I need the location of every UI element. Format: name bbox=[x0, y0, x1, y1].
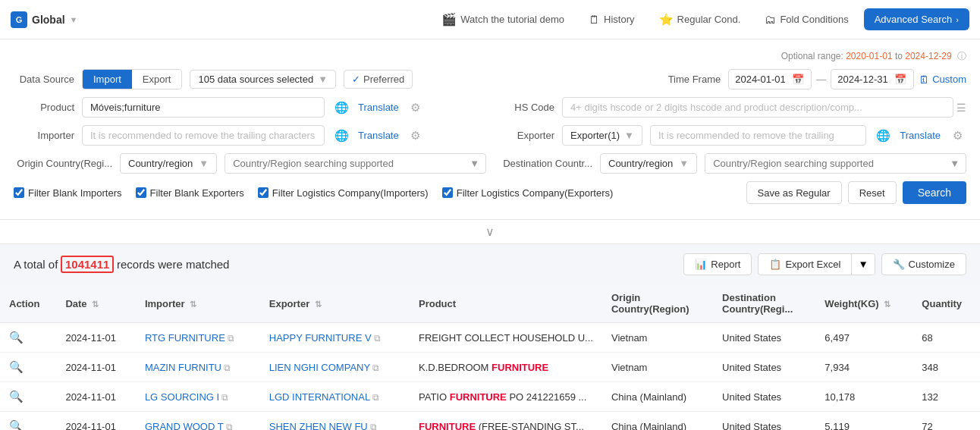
reset-button[interactable]: Reset bbox=[848, 181, 897, 204]
product-text: K.D.BEDROOM bbox=[419, 362, 492, 373]
export-arrow-button[interactable]: ▼ bbox=[851, 254, 874, 275]
dest-type-select[interactable]: Country/region ▼ bbox=[600, 153, 697, 174]
cell-quantity: 68 bbox=[912, 323, 980, 353]
data-table: Action Date ⇅ Importer ⇅ Exporter ⇅ Prod… bbox=[0, 284, 980, 430]
regular-cond-button[interactable]: ⭐ Regular Cond. bbox=[650, 8, 750, 31]
col-action: Action bbox=[0, 284, 56, 323]
hscode-input[interactable] bbox=[562, 97, 953, 118]
fold-conditions-button[interactable]: 🗂 Fold Conditions bbox=[755, 8, 857, 30]
product-text: PO 241221659 ... bbox=[507, 391, 587, 403]
col-importer[interactable]: Importer ⇅ bbox=[136, 284, 260, 323]
exporter-copy-icon[interactable]: ⧉ bbox=[372, 392, 379, 403]
search-icon[interactable]: 🔍 bbox=[9, 419, 24, 430]
product-translate-icon[interactable]: 🌐 bbox=[332, 99, 350, 117]
records-suffix: records were matched bbox=[117, 258, 229, 271]
importer-link[interactable]: RTG FURNITURE bbox=[145, 332, 225, 344]
col-weight[interactable]: Weight(KG) ⇅ bbox=[815, 284, 912, 323]
table-row: 🔍2024-11-01RTG FURNITURE⧉HAPPY FURNITURE… bbox=[0, 323, 980, 353]
export-tab[interactable]: Export bbox=[132, 70, 182, 89]
cell-weight: 10,178 bbox=[815, 382, 912, 412]
importer-link[interactable]: LG SOURCING I bbox=[145, 391, 219, 403]
cell-exporter: LGD INTERNATIONAL⧉ bbox=[260, 382, 410, 412]
export-excel-button[interactable]: 📋 Export Excel bbox=[759, 254, 851, 275]
importer-copy-icon[interactable]: ⧉ bbox=[221, 392, 228, 403]
search-button[interactable]: Search bbox=[903, 181, 966, 204]
preferred-tag[interactable]: ✓ Preferred bbox=[344, 70, 413, 89]
translate-label[interactable]: Translate bbox=[358, 102, 399, 113]
exporter-link[interactable]: LIEN NGHI COMPANY bbox=[269, 362, 370, 373]
custom-button[interactable]: 🗓 Custom bbox=[919, 74, 966, 86]
col-exporter[interactable]: Exporter ⇅ bbox=[260, 284, 410, 323]
table-row: 🔍2024-11-01MAZIN FURNITU⧉LIEN NGHI COMPA… bbox=[0, 353, 980, 382]
search-icon[interactable]: 🔍 bbox=[9, 360, 24, 373]
exporter-settings-icon[interactable]: ⚙ bbox=[948, 127, 966, 145]
table-row: 🔍2024-11-01LG SOURCING I⧉LGD INTERNATION… bbox=[0, 382, 980, 412]
row-origin-dest: Origin Country(Regi... Country/region ▼ … bbox=[14, 153, 966, 174]
date-start-input[interactable]: 2024-01-01 📅 bbox=[728, 69, 812, 89]
history-button[interactable]: 🗒 History bbox=[580, 8, 643, 30]
product-highlight: FURNITURE bbox=[492, 362, 548, 373]
report-button[interactable]: 📊 Report bbox=[683, 253, 752, 275]
origin-region-input[interactable]: ▼ bbox=[225, 153, 486, 174]
cell-origin: Vietnam bbox=[602, 323, 713, 353]
collapse-button[interactable]: ∨ bbox=[485, 224, 495, 239]
save-as-regular-button[interactable]: Save as Regular bbox=[746, 181, 842, 204]
cell-date: 2024-11-01 bbox=[56, 412, 135, 431]
exporter-section: Exporter Exporter(1) ▼ 🌐 Translate ⚙ bbox=[494, 125, 966, 146]
tutorial-button[interactable]: 🎬 Watch the tutorial demo bbox=[432, 8, 573, 31]
importer-copy-icon[interactable]: ⧉ bbox=[228, 333, 234, 344]
advanced-search-button[interactable]: Advanced Search › bbox=[864, 8, 969, 30]
timeframe-group: 2024-01-01 📅 — 2024-12-31 📅 🗓 Custom bbox=[728, 69, 966, 89]
row-product-hscode: Product 🌐 Translate ⚙ HS Code ☰ bbox=[14, 97, 966, 118]
col-date[interactable]: Date ⇅ bbox=[56, 284, 135, 323]
calendar-end-icon: 📅 bbox=[894, 74, 906, 85]
results-bar: A total of 1041411 records were matched … bbox=[0, 244, 980, 284]
hscode-list-icon[interactable]: ☰ bbox=[956, 102, 966, 114]
datasource-select[interactable]: 105 data sources selected ▼ bbox=[190, 70, 336, 89]
search-icon[interactable]: 🔍 bbox=[9, 390, 24, 403]
cell-quantity: 348 bbox=[912, 353, 980, 382]
importer-copy-icon[interactable]: ⧉ bbox=[226, 422, 233, 431]
import-tab[interactable]: Import bbox=[83, 70, 132, 89]
date-end-input[interactable]: 2024-12-31 📅 bbox=[831, 69, 914, 89]
importer-input[interactable] bbox=[82, 125, 325, 146]
dest-region-input[interactable]: ▼ bbox=[705, 153, 966, 174]
importer-copy-icon[interactable]: ⧉ bbox=[224, 363, 231, 373]
exporter-copy-icon[interactable]: ⧉ bbox=[374, 333, 381, 344]
timeframe-section: Time Frame 2024-01-01 📅 — 2024-12-31 📅 🗓… bbox=[494, 69, 966, 89]
search-icon[interactable]: 🔍 bbox=[9, 331, 24, 344]
cell-date: 2024-11-01 bbox=[56, 382, 135, 412]
importer-section: Importer 🌐 Translate ⚙ bbox=[14, 125, 486, 146]
importer-settings-icon[interactable]: ⚙ bbox=[407, 127, 425, 145]
importer-link[interactable]: GRAND WOOD T bbox=[145, 421, 224, 431]
exporter-select[interactable]: Exporter(1) ▼ bbox=[562, 125, 642, 146]
product-settings-icon[interactable]: ⚙ bbox=[407, 99, 425, 117]
product-input[interactable] bbox=[82, 97, 325, 118]
filter-blank-importers-checkbox[interactable]: Filter Blank Importers bbox=[14, 187, 122, 199]
origin-type-select[interactable]: Country/region ▼ bbox=[120, 153, 217, 174]
info-icon: ⓘ bbox=[957, 51, 966, 61]
origin-type-chevron: ▼ bbox=[199, 158, 209, 169]
customize-button[interactable]: 🔧 Customize bbox=[881, 253, 966, 275]
exporter-input[interactable] bbox=[650, 125, 866, 146]
exporter-link[interactable]: LGD INTERNATIONAL bbox=[269, 391, 370, 403]
checkbox-row: Filter Blank Importers Filter Blank Expo… bbox=[14, 184, 613, 202]
filter-blank-exporters-checkbox[interactable]: Filter Blank Exporters bbox=[136, 187, 244, 199]
filter-logistics-exporters-checkbox[interactable]: Filter Logistics Company(Exporters) bbox=[442, 187, 614, 199]
product-text: FREIGHT COLLECT HOUSEHOLD U... bbox=[419, 332, 593, 344]
importer-translate-label[interactable]: Translate bbox=[358, 130, 399, 141]
importer-translate-icon[interactable]: 🌐 bbox=[332, 127, 350, 145]
exporter-copy-icon[interactable]: ⧉ bbox=[372, 363, 379, 373]
cell-date: 2024-11-01 bbox=[56, 353, 135, 382]
filter-logistics-importers-checkbox[interactable]: Filter Logistics Company(Importers) bbox=[258, 187, 429, 199]
calendar-icon: 📅 bbox=[792, 74, 804, 85]
exporter-link[interactable]: SHEN ZHEN NEW FU bbox=[269, 421, 368, 431]
importer-link[interactable]: MAZIN FURNITU bbox=[145, 362, 221, 373]
cell-origin: China (Mainland) bbox=[602, 382, 713, 412]
exporter-copy-icon[interactable]: ⧉ bbox=[370, 422, 377, 431]
exporter-link[interactable]: HAPPY FURNITURE V bbox=[269, 332, 372, 344]
importer-label: Importer bbox=[14, 130, 74, 141]
exporter-translate-icon[interactable]: 🌐 bbox=[874, 127, 892, 145]
timeframe-label: Time Frame bbox=[660, 74, 721, 85]
exporter-translate-label[interactable]: Translate bbox=[900, 130, 941, 141]
